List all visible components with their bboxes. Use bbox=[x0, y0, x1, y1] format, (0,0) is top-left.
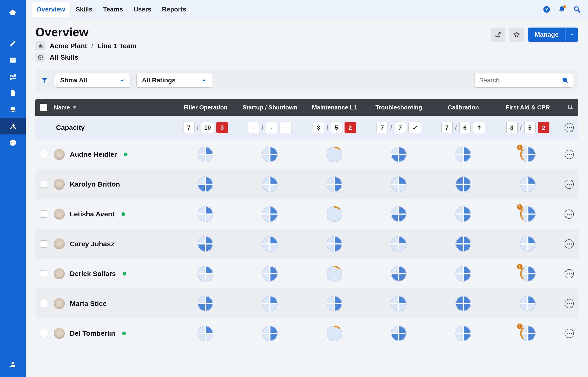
skill-cell[interactable] bbox=[431, 205, 496, 223]
skill-cell[interactable] bbox=[367, 175, 431, 193]
skill-cell[interactable] bbox=[173, 295, 238, 313]
bell-icon[interactable] bbox=[556, 4, 567, 15]
person-cell[interactable]: Del Tomberlin bbox=[54, 328, 173, 339]
skill-cell[interactable] bbox=[238, 324, 302, 342]
row-more[interactable] bbox=[564, 329, 574, 338]
manage-button[interactable]: Manage bbox=[528, 27, 578, 42]
column-filler-operation[interactable]: Filler Operation bbox=[173, 104, 238, 111]
search-input[interactable] bbox=[474, 73, 573, 88]
manage-caret[interactable] bbox=[565, 27, 578, 42]
person-cell[interactable]: Derick Sollars bbox=[54, 268, 173, 279]
skill-cell[interactable] bbox=[173, 324, 238, 342]
person-cell[interactable]: Carey Juhasz bbox=[54, 238, 173, 249]
capacity-target[interactable]: - bbox=[266, 122, 277, 133]
select-all-checkbox[interactable] bbox=[40, 104, 47, 111]
crumb-skill[interactable]: All Skills bbox=[49, 53, 78, 61]
capacity-target[interactable]: 7 bbox=[395, 122, 406, 133]
skill-cell[interactable] bbox=[238, 175, 302, 193]
skill-cell[interactable] bbox=[238, 235, 302, 253]
skill-cell[interactable] bbox=[495, 175, 560, 193]
capacity-current[interactable]: 7 bbox=[441, 122, 453, 133]
skill-cell[interactable] bbox=[431, 235, 496, 253]
skill-cell[interactable] bbox=[367, 205, 431, 223]
rail-edit[interactable] bbox=[0, 35, 26, 52]
skill-cell[interactable] bbox=[302, 175, 367, 193]
capacity-more[interactable] bbox=[564, 123, 574, 132]
skill-cell[interactable] bbox=[238, 145, 302, 163]
person-cell[interactable]: Marta Stice bbox=[54, 298, 173, 309]
show-select[interactable]: Show All bbox=[55, 73, 130, 88]
capacity-delta[interactable] bbox=[408, 122, 421, 133]
tab-skills[interactable]: Skills bbox=[71, 2, 98, 17]
skill-cell[interactable] bbox=[173, 235, 238, 253]
skill-cell[interactable] bbox=[238, 205, 302, 223]
row-checkbox[interactable] bbox=[40, 240, 47, 247]
skill-cell[interactable]: ! bbox=[495, 145, 560, 163]
row-checkbox[interactable] bbox=[40, 270, 47, 277]
crumb-org[interactable]: Acme Plant bbox=[49, 42, 87, 50]
skill-cell[interactable] bbox=[173, 205, 238, 223]
capacity-current[interactable]: 3 bbox=[313, 122, 324, 133]
row-checkbox[interactable] bbox=[40, 330, 47, 337]
skill-cell[interactable] bbox=[302, 145, 367, 163]
rail-report[interactable] bbox=[0, 85, 26, 101]
skill-cell[interactable] bbox=[431, 175, 496, 193]
ratings-select[interactable]: All Ratings bbox=[136, 73, 212, 88]
column-startup-shutdown[interactable]: Startup / Shutdown bbox=[238, 104, 302, 111]
tab-overview[interactable]: Overview bbox=[31, 2, 71, 17]
row-more[interactable] bbox=[564, 239, 574, 248]
column-troubleshooting[interactable]: Troubleshooting bbox=[367, 104, 431, 111]
skill-cell[interactable] bbox=[431, 265, 496, 283]
person-cell[interactable]: Audrie Heidler bbox=[54, 149, 173, 160]
search-icon[interactable] bbox=[571, 4, 583, 15]
skill-cell[interactable] bbox=[431, 295, 496, 313]
capacity-current[interactable]: 7 bbox=[183, 122, 195, 133]
skill-cell[interactable] bbox=[302, 235, 367, 253]
skill-cell[interactable] bbox=[431, 324, 496, 342]
tab-users[interactable]: Users bbox=[128, 2, 157, 17]
share-button[interactable] bbox=[491, 27, 505, 42]
search-field[interactable] bbox=[479, 76, 562, 84]
columns-icon[interactable] bbox=[568, 104, 574, 110]
skill-cell[interactable] bbox=[367, 145, 431, 163]
skill-cell[interactable]: ! bbox=[495, 324, 560, 342]
capacity-target[interactable]: 5 bbox=[524, 122, 536, 133]
capacity-target[interactable]: 6 bbox=[459, 122, 471, 133]
tab-reports[interactable]: Reports bbox=[157, 2, 192, 17]
skill-cell[interactable] bbox=[302, 295, 367, 313]
star-button[interactable] bbox=[509, 27, 524, 42]
skill-cell[interactable] bbox=[302, 205, 367, 223]
rail-tools[interactable] bbox=[0, 118, 26, 134]
capacity-current[interactable]: - bbox=[248, 122, 259, 133]
skill-cell[interactable]: ! bbox=[495, 205, 560, 223]
row-more[interactable] bbox=[564, 269, 574, 278]
capacity-delta[interactable]: 2 bbox=[344, 122, 356, 133]
rail-table[interactable] bbox=[0, 52, 26, 68]
column-first-aid-cpr[interactable]: First Aid & CPR bbox=[495, 104, 560, 111]
capacity-current[interactable]: 3 bbox=[506, 122, 518, 133]
filter-icon[interactable] bbox=[40, 76, 49, 84]
rail-home[interactable] bbox=[0, 4, 26, 21]
skill-cell[interactable] bbox=[238, 295, 302, 313]
skill-cell[interactable] bbox=[302, 324, 367, 342]
row-more[interactable] bbox=[564, 210, 574, 219]
capacity-target[interactable]: 5 bbox=[331, 122, 342, 133]
rail-more[interactable] bbox=[0, 134, 26, 151]
skill-cell[interactable] bbox=[302, 265, 367, 283]
skill-cell[interactable] bbox=[367, 235, 431, 253]
skill-cell[interactable]: ! bbox=[495, 265, 560, 283]
capacity-delta[interactable] bbox=[473, 122, 485, 133]
skill-cell[interactable] bbox=[495, 295, 560, 313]
skill-cell[interactable] bbox=[238, 265, 302, 283]
rail-sliders[interactable] bbox=[0, 68, 26, 85]
skill-cell[interactable] bbox=[495, 235, 560, 253]
row-checkbox[interactable] bbox=[40, 211, 47, 218]
crumb-team[interactable]: Line 1 Team bbox=[98, 42, 137, 50]
column-name[interactable]: Name bbox=[54, 104, 173, 111]
capacity-current[interactable]: 7 bbox=[377, 122, 388, 133]
skill-cell[interactable] bbox=[367, 265, 431, 283]
tab-teams[interactable]: Teams bbox=[98, 2, 128, 17]
skill-cell[interactable] bbox=[173, 145, 238, 163]
capacity-delta[interactable]: 2 bbox=[538, 122, 549, 133]
row-more[interactable] bbox=[564, 180, 574, 189]
